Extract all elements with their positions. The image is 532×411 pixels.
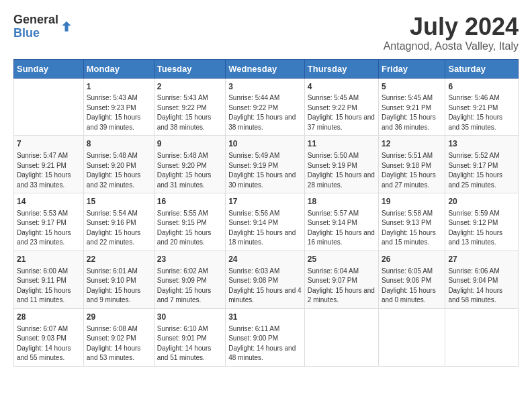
day-number: 25 <box>308 254 375 265</box>
day-number: 26 <box>382 254 442 265</box>
page-header: General Blue July 2024 Antagnod, Aosta V… <box>13 13 519 52</box>
week-row-1: 1Sunrise: 5:43 AMSunset: 9:23 PMDaylight… <box>14 78 519 136</box>
location: Antagnod, Aosta Valley, Italy <box>384 40 519 52</box>
day-number: 27 <box>448 254 515 265</box>
day-info: Sunrise: 5:43 AMSunset: 9:23 PMDaylight:… <box>87 93 151 132</box>
day-number: 11 <box>308 138 375 150</box>
calendar-cell: 11Sunrise: 5:50 AMSunset: 9:19 PMDayligh… <box>304 136 378 193</box>
header-cell-tuesday: Tuesday <box>154 59 225 78</box>
day-info: Sunrise: 6:01 AMSunset: 9:10 PMDaylight:… <box>87 267 151 306</box>
day-info: Sunrise: 5:44 AMSunset: 9:22 PMDaylight:… <box>228 93 302 132</box>
month-title: July 2024 <box>384 13 519 40</box>
calendar-cell: 4Sunrise: 5:45 AMSunset: 9:22 PMDaylight… <box>304 78 378 136</box>
calendar-table: SundayMondayTuesdayWednesdayThursdayFrid… <box>13 59 519 367</box>
calendar-cell: 16Sunrise: 5:55 AMSunset: 9:15 PMDayligh… <box>154 193 225 251</box>
header-cell-thursday: Thursday <box>304 59 378 78</box>
calendar-cell: 15Sunrise: 5:54 AMSunset: 9:16 PMDayligh… <box>83 193 154 251</box>
day-number: 9 <box>157 138 222 150</box>
day-number: 22 <box>87 254 151 265</box>
calendar-cell: 14Sunrise: 5:53 AMSunset: 9:17 PMDayligh… <box>14 193 84 251</box>
week-row-3: 14Sunrise: 5:53 AMSunset: 9:17 PMDayligh… <box>14 193 519 251</box>
title-section: July 2024 Antagnod, Aosta Valley, Italy <box>384 13 519 52</box>
calendar-cell: 6Sunrise: 5:46 AMSunset: 9:21 PMDaylight… <box>445 78 519 136</box>
day-info: Sunrise: 5:43 AMSunset: 9:22 PMDaylight:… <box>157 93 222 132</box>
day-number: 18 <box>308 196 375 208</box>
day-number: 28 <box>17 312 81 323</box>
calendar-cell: 19Sunrise: 5:58 AMSunset: 9:13 PMDayligh… <box>379 193 445 251</box>
header-cell-monday: Monday <box>83 59 154 78</box>
day-info: Sunrise: 6:03 AMSunset: 9:08 PMDaylight:… <box>228 267 302 306</box>
day-number: 1 <box>87 81 151 93</box>
calendar-cell <box>445 308 519 366</box>
calendar-cell: 3Sunrise: 5:44 AMSunset: 9:22 PMDaylight… <box>226 78 305 136</box>
day-info: Sunrise: 6:08 AMSunset: 9:02 PMDaylight:… <box>87 324 151 363</box>
calendar-cell: 24Sunrise: 6:03 AMSunset: 9:08 PMDayligh… <box>226 250 305 308</box>
day-info: Sunrise: 5:48 AMSunset: 9:20 PMDaylight:… <box>157 151 222 190</box>
week-row-4: 21Sunrise: 6:00 AMSunset: 9:11 PMDayligh… <box>14 250 519 308</box>
day-number: 19 <box>382 196 442 208</box>
calendar-cell: 12Sunrise: 5:51 AMSunset: 9:18 PMDayligh… <box>379 136 445 193</box>
calendar-cell: 29Sunrise: 6:08 AMSunset: 9:02 PMDayligh… <box>83 308 154 366</box>
day-number: 4 <box>308 81 375 93</box>
calendar-cell: 17Sunrise: 5:56 AMSunset: 9:14 PMDayligh… <box>226 193 305 251</box>
day-info: Sunrise: 6:04 AMSunset: 9:07 PMDaylight:… <box>308 267 375 306</box>
day-number: 21 <box>17 254 81 265</box>
logo-icon <box>60 20 73 34</box>
header-cell-friday: Friday <box>379 59 445 78</box>
day-number: 3 <box>228 81 302 93</box>
calendar-body: 1Sunrise: 5:43 AMSunset: 9:23 PMDaylight… <box>14 78 519 366</box>
calendar-cell: 22Sunrise: 6:01 AMSunset: 9:10 PMDayligh… <box>83 250 154 308</box>
logo-general-text: General <box>13 13 58 27</box>
day-number: 10 <box>228 138 302 150</box>
day-number: 2 <box>157 81 222 93</box>
day-info: Sunrise: 5:45 AMSunset: 9:22 PMDaylight:… <box>308 93 375 132</box>
day-info: Sunrise: 6:02 AMSunset: 9:09 PMDaylight:… <box>157 267 222 306</box>
day-number: 13 <box>448 138 515 150</box>
day-info: Sunrise: 5:55 AMSunset: 9:15 PMDaylight:… <box>157 209 222 248</box>
day-info: Sunrise: 6:00 AMSunset: 9:11 PMDaylight:… <box>17 267 81 306</box>
day-number: 23 <box>157 254 222 265</box>
logo-blue-text: Blue <box>13 27 58 40</box>
day-info: Sunrise: 6:11 AMSunset: 9:00 PMDaylight:… <box>228 324 302 363</box>
header-row: SundayMondayTuesdayWednesdayThursdayFrid… <box>14 59 519 78</box>
day-info: Sunrise: 6:06 AMSunset: 9:04 PMDaylight:… <box>448 267 515 306</box>
calendar-header: SundayMondayTuesdayWednesdayThursdayFrid… <box>14 59 519 78</box>
logo: General Blue <box>13 13 73 40</box>
day-number: 17 <box>228 196 302 208</box>
calendar-cell: 23Sunrise: 6:02 AMSunset: 9:09 PMDayligh… <box>154 250 225 308</box>
calendar-cell: 8Sunrise: 5:48 AMSunset: 9:20 PMDaylight… <box>83 136 154 193</box>
calendar-cell: 18Sunrise: 5:57 AMSunset: 9:14 PMDayligh… <box>304 193 378 251</box>
calendar-cell: 28Sunrise: 6:07 AMSunset: 9:03 PMDayligh… <box>14 308 84 366</box>
day-number: 20 <box>448 196 515 208</box>
calendar-cell: 7Sunrise: 5:47 AMSunset: 9:21 PMDaylight… <box>14 136 84 193</box>
day-info: Sunrise: 5:47 AMSunset: 9:21 PMDaylight:… <box>17 151 81 190</box>
week-row-2: 7Sunrise: 5:47 AMSunset: 9:21 PMDaylight… <box>14 136 519 193</box>
day-info: Sunrise: 5:56 AMSunset: 9:14 PMDaylight:… <box>228 209 302 248</box>
day-info: Sunrise: 5:45 AMSunset: 9:21 PMDaylight:… <box>382 93 442 132</box>
day-info: Sunrise: 5:53 AMSunset: 9:17 PMDaylight:… <box>17 209 81 248</box>
day-number: 5 <box>382 81 442 93</box>
calendar-cell: 10Sunrise: 5:49 AMSunset: 9:19 PMDayligh… <box>226 136 305 193</box>
day-number: 8 <box>87 138 151 150</box>
day-number: 24 <box>228 254 302 265</box>
day-number: 30 <box>157 312 222 323</box>
calendar-cell: 27Sunrise: 6:06 AMSunset: 9:04 PMDayligh… <box>445 250 519 308</box>
calendar-cell: 21Sunrise: 6:00 AMSunset: 9:11 PMDayligh… <box>14 250 84 308</box>
calendar-cell: 13Sunrise: 5:52 AMSunset: 9:17 PMDayligh… <box>445 136 519 193</box>
header-cell-wednesday: Wednesday <box>226 59 305 78</box>
day-number: 14 <box>17 196 81 208</box>
calendar-cell <box>304 308 378 366</box>
calendar-cell: 30Sunrise: 6:10 AMSunset: 9:01 PMDayligh… <box>154 308 225 366</box>
day-info: Sunrise: 5:58 AMSunset: 9:13 PMDaylight:… <box>382 209 442 248</box>
day-number: 31 <box>228 312 302 323</box>
day-number: 6 <box>448 81 515 93</box>
day-info: Sunrise: 5:50 AMSunset: 9:19 PMDaylight:… <box>308 151 375 190</box>
calendar-cell: 9Sunrise: 5:48 AMSunset: 9:20 PMDaylight… <box>154 136 225 193</box>
day-info: Sunrise: 6:05 AMSunset: 9:06 PMDaylight:… <box>382 267 442 306</box>
week-row-5: 28Sunrise: 6:07 AMSunset: 9:03 PMDayligh… <box>14 308 519 366</box>
day-info: Sunrise: 5:57 AMSunset: 9:14 PMDaylight:… <box>308 209 375 248</box>
calendar-cell: 5Sunrise: 5:45 AMSunset: 9:21 PMDaylight… <box>379 78 445 136</box>
calendar-cell: 26Sunrise: 6:05 AMSunset: 9:06 PMDayligh… <box>379 250 445 308</box>
day-info: Sunrise: 5:51 AMSunset: 9:18 PMDaylight:… <box>382 151 442 190</box>
day-number: 12 <box>382 138 442 150</box>
